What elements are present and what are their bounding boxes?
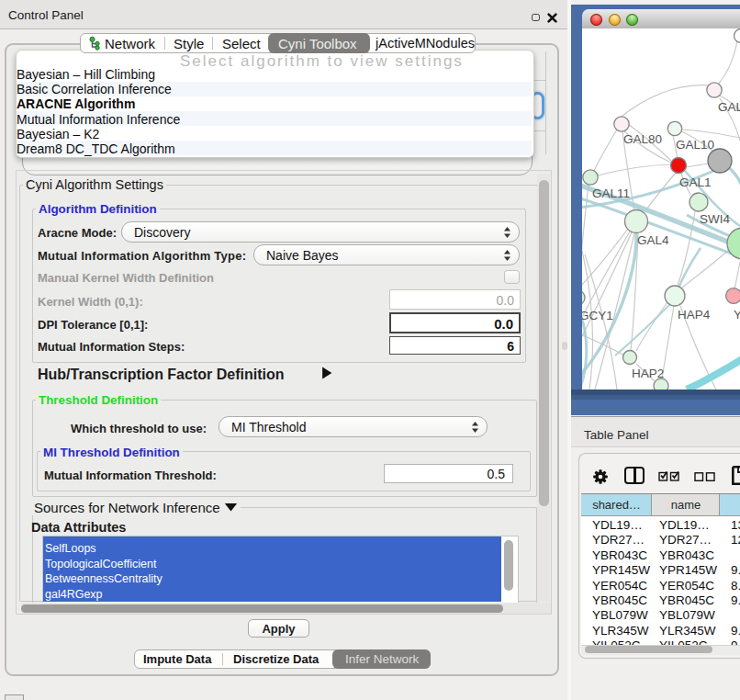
- svg-text:GAL1: GAL1: [679, 175, 712, 189]
- svg-text:GAL7: GAL7: [718, 100, 740, 114]
- svg-text:Y: Y: [734, 308, 740, 322]
- svg-text:GAL11: GAL11: [592, 186, 630, 200]
- svg-text:HAP2: HAP2: [632, 367, 664, 380]
- svg-text:HAP4: HAP4: [678, 308, 711, 322]
- svg-text:GAL4: GAL4: [637, 233, 669, 247]
- svg-text:GAL80: GAL80: [623, 132, 662, 146]
- svg-text:GAL10: GAL10: [676, 138, 714, 152]
- svg-text:SWI4: SWI4: [700, 212, 730, 226]
- svg-text:GCY1: GCY1: [582, 309, 613, 322]
